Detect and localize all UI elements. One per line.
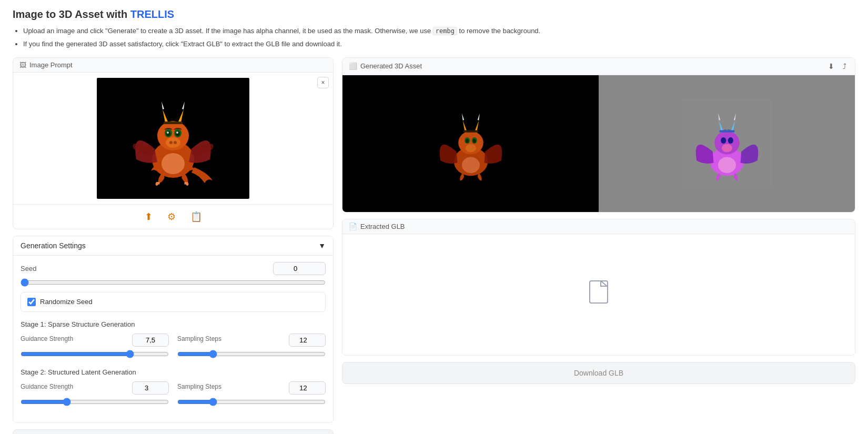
generated-images xyxy=(342,75,855,212)
stage1-guidance-label: Guidance Strength xyxy=(21,335,73,342)
rembg-code: rembg xyxy=(433,27,457,35)
right-panel: ⬜ Generated 3D Asset ⬇ ⤴ xyxy=(342,57,855,384)
trellis-link[interactable]: TRELLIS xyxy=(130,8,174,20)
generation-settings-body: Seed Randomize Seed Stage 1: Sparse Stru… xyxy=(13,255,333,422)
svg-marker-3 xyxy=(178,109,184,123)
dragon-3d-normal-svg xyxy=(682,99,772,188)
svg-rect-30 xyxy=(463,130,478,132)
stage2-sampling-slider[interactable] xyxy=(177,398,326,406)
generated-3d-header: ⬜ Generated 3D Asset ⬇ ⤴ xyxy=(342,58,855,75)
stage1-guidance-group: Guidance Strength xyxy=(21,334,169,360)
stage2-title: Stage 2: Structured Latent Generation xyxy=(21,368,326,376)
stage2-sampling-input[interactable] xyxy=(289,381,326,395)
extracted-glb-panel: 📄 Extracted GLB xyxy=(342,219,855,356)
stage1-sampling-label: Sampling Steps xyxy=(177,335,221,342)
stage2-sampling-label: Sampling Steps xyxy=(177,383,221,390)
stage2-controls: Guidance Strength Sampling Steps xyxy=(21,381,326,408)
svg-point-10 xyxy=(167,132,169,134)
generated-3d-label: Generated 3D Asset xyxy=(360,62,422,70)
svg-point-41 xyxy=(718,157,736,173)
image-tools: ⬆ ⚙ 📋 xyxy=(13,204,333,229)
download-icon-button[interactable]: ⬇ xyxy=(826,61,836,72)
dragon-svg xyxy=(120,86,226,191)
seed-label: Seed xyxy=(21,265,36,272)
download-glb-button[interactable]: Download GLB xyxy=(342,362,855,384)
generated-image-left xyxy=(342,75,599,212)
image-prompt-header-left: 🖼 Image Prompt xyxy=(19,61,73,69)
main-layout: 🖼 Image Prompt × xyxy=(13,57,855,434)
instruction-2: If you find the generated 3D asset satis… xyxy=(23,39,855,50)
stage1-sampling-group: Sampling Steps xyxy=(177,334,326,360)
dragon-image xyxy=(97,78,249,199)
stage2-guidance-label: Guidance Strength xyxy=(21,383,73,390)
image-icon: 🖼 xyxy=(19,61,26,69)
stage1-title: Stage 1: Sparse Structure Generation xyxy=(21,320,326,328)
copy-button[interactable]: 📋 xyxy=(187,210,205,224)
svg-point-28 xyxy=(465,144,476,152)
image-prompt-body: × xyxy=(13,73,333,204)
file-svg-icon xyxy=(589,280,608,304)
file-header-icon: 📄 xyxy=(349,223,357,230)
stage1-guidance-input-row: Guidance Strength xyxy=(21,334,169,347)
seed-input[interactable] xyxy=(273,262,326,275)
svg-marker-5 xyxy=(182,102,185,109)
stage1-guidance-input[interactable] xyxy=(132,334,169,347)
image-prompt-label: Image Prompt xyxy=(29,61,73,69)
file-icon xyxy=(589,280,608,308)
svg-point-12 xyxy=(166,137,180,148)
dragon-3d-front-svg xyxy=(426,99,516,188)
generated-3d-header-left: ⬜ Generated 3D Asset xyxy=(349,62,422,70)
left-panel: 🖼 Image Prompt × xyxy=(13,57,334,434)
randomize-checkbox[interactable] xyxy=(27,298,36,306)
svg-point-13 xyxy=(169,141,173,144)
randomize-row: Randomize Seed xyxy=(21,292,326,312)
settings-button[interactable]: ⚙ xyxy=(164,210,179,224)
stage1-sampling-input-row: Sampling Steps xyxy=(177,334,326,347)
seed-row: Seed xyxy=(21,262,326,275)
stage1-guidance-slider[interactable] xyxy=(21,350,169,358)
svg-marker-4 xyxy=(162,102,164,109)
stage1-sampling-input[interactable] xyxy=(289,334,326,347)
title-prefix: Image to 3D Asset with xyxy=(13,8,130,20)
stage2-guidance-input-row: Guidance Strength xyxy=(21,381,169,395)
extracted-glb-label: Extracted GLB xyxy=(360,223,405,230)
upload-button[interactable]: ⬆ xyxy=(142,210,156,224)
generation-settings-panel: Generation Settings ▼ Seed Randomize See… xyxy=(13,236,334,423)
cube-icon: ⬜ xyxy=(349,62,357,70)
svg-point-15 xyxy=(162,153,185,174)
image-prompt-header: 🖼 Image Prompt xyxy=(13,58,333,73)
extracted-glb-header: 📄 Extracted GLB xyxy=(342,219,855,234)
extracted-glb-body xyxy=(342,234,855,355)
instruction-1: Upload an image and click "Generate" to … xyxy=(23,26,855,37)
svg-marker-2 xyxy=(163,109,168,123)
generated-3d-actions: ⬇ ⤴ xyxy=(826,61,849,72)
collapse-icon: ▼ xyxy=(318,241,326,250)
generation-settings-label: Generation Settings xyxy=(21,241,86,250)
stage1-sampling-slider[interactable] xyxy=(177,350,326,358)
generate-button[interactable]: Generate xyxy=(13,429,334,434)
close-button[interactable]: × xyxy=(317,77,329,88)
svg-rect-42 xyxy=(719,130,734,132)
svg-point-40 xyxy=(721,144,732,152)
image-prompt-panel: 🖼 Image Prompt × xyxy=(13,57,334,229)
svg-point-11 xyxy=(176,132,178,134)
stage2-guidance-slider[interactable] xyxy=(21,398,169,406)
stage2-guidance-input[interactable] xyxy=(132,381,169,395)
svg-point-14 xyxy=(174,141,177,144)
generated-image-right xyxy=(599,75,855,212)
page-title: Image to 3D Asset with TRELLIS xyxy=(13,8,855,21)
seed-slider[interactable] xyxy=(21,278,326,287)
stage2-sampling-input-row: Sampling Steps xyxy=(177,381,326,395)
svg-point-39 xyxy=(728,137,733,144)
svg-rect-16 xyxy=(164,122,183,124)
svg-point-38 xyxy=(721,137,726,144)
stage2-guidance-group: Guidance Strength xyxy=(21,381,169,408)
share-icon-button[interactable]: ⤴ xyxy=(841,61,849,72)
svg-point-27 xyxy=(472,139,476,143)
generation-settings-header[interactable]: Generation Settings ▼ xyxy=(13,236,333,255)
generated-3d-panel: ⬜ Generated 3D Asset ⬇ ⤴ xyxy=(342,57,855,213)
extracted-glb-header-left: 📄 Extracted GLB xyxy=(349,223,405,230)
stage1-controls: Guidance Strength Sampling Steps xyxy=(21,334,326,360)
svg-point-29 xyxy=(462,157,480,173)
stage2-sampling-group: Sampling Steps xyxy=(177,381,326,408)
